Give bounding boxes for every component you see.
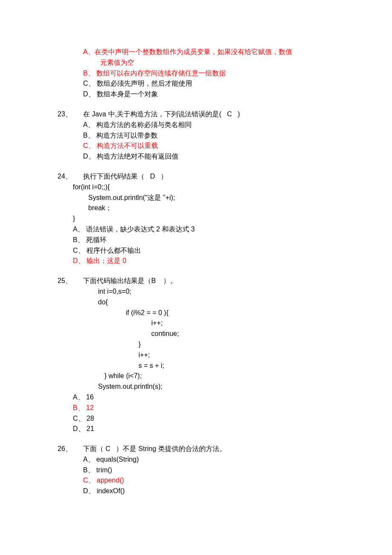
question-number: 26、 [58, 444, 83, 454]
code-text: System.out.println(s); [98, 383, 162, 390]
code-text: } [73, 215, 75, 222]
code-line: s = s + i; [58, 361, 334, 371]
option-text: C、 数组必须先声明，然后才能使用 [83, 80, 192, 87]
answer-letter: C [227, 110, 232, 118]
option-text: A、 16 [73, 393, 94, 401]
q22-option-d: D、 数组本身是一个对象 [58, 89, 334, 100]
q22-option-a: A、在类中声明一个整数数组作为成员变量，如果没有给它赋值，数值 [58, 47, 334, 58]
q25-option-b: B、 12 [58, 403, 334, 413]
code-line: i++; [58, 318, 334, 329]
code-text: break； [88, 204, 112, 211]
stem-text: ) [238, 110, 240, 118]
option-text: D、 数组本身是一个对象 [83, 90, 158, 98]
question-stem: 23、在 Java 中,关于构造方法，下列说法错误的是( C ) [58, 109, 334, 120]
q23-option-b: B、 构造方法可以带参数 [58, 130, 334, 141]
q23-option-a: A、 构造方法的名称必须与类名相同 [58, 120, 334, 130]
option-text: A、 equals(String) [83, 456, 139, 463]
code-line: i++; [58, 350, 334, 361]
stem-text: ） [161, 173, 167, 180]
code-line: } [58, 214, 334, 224]
question-22-options: A、在类中声明一个整数数组作为成员变量，如果没有给它赋值，数值 元素值为空 B、… [58, 47, 334, 100]
option-text: D、 indexOf() [83, 487, 125, 494]
code-text: continue; [151, 330, 179, 337]
option-text: D、 输出：这是 0 [73, 257, 126, 264]
question-number: 24、 [58, 171, 83, 182]
code-line: continue; [58, 329, 334, 339]
question-stem: 25、下面代码输出结果是（B ）。 [58, 276, 334, 286]
option-text: B、 数组可以在内存空间连续存储任意一组数据 [83, 69, 226, 77]
question-23: 23、在 Java 中,关于构造方法，下列说法错误的是( C ) A、 构造方法… [58, 109, 334, 162]
stem-text: 在 Java 中,关于构造方法，下列说法错误的是( [83, 110, 221, 118]
stem-text: 下面代码输出结果是（B [83, 277, 156, 284]
question-stem: 24、执行下面代码结果（ D ） [58, 171, 334, 182]
document-page: A、在类中声明一个整数数组作为成员变量，如果没有给它赋值，数值 元素值为空 B、… [0, 0, 392, 555]
code-text: System.out.println("这是 "+i); [88, 194, 175, 201]
q26-option-a: A、 equals(String) [58, 454, 334, 465]
q22-option-b: B、 数组可以在内存空间连续存储任意一组数据 [58, 68, 334, 79]
question-stem: 26、下面（ C ）不是 String 类提供的合法的方法。 [58, 444, 334, 454]
code-line: } while (i<7); [58, 371, 334, 382]
option-text: A、 构造方法的名称必须与类名相同 [83, 121, 192, 128]
code-text: } [138, 341, 141, 348]
q25-option-a: A、 16 [58, 392, 334, 403]
option-text: C、 28 [73, 415, 94, 422]
q24-option-d: D、 输出：这是 0 [58, 256, 334, 266]
question-number: 23、 [58, 109, 83, 120]
code-text: do{ [98, 298, 108, 306]
question-number: 25、 [58, 276, 83, 286]
stem-text: ）。 [163, 277, 177, 284]
code-text: int i=0,s=0; [98, 288, 131, 295]
q26-option-d: D、 indexOf() [58, 486, 334, 497]
question-25: 25、下面代码输出结果是（B ）。 int i=0,s=0; do{ if (i… [58, 276, 334, 434]
code-line: break； [58, 203, 334, 214]
option-text: B、 trim() [83, 466, 112, 474]
stem-text: 执行下面代码结果（ [83, 173, 144, 180]
q23-option-d: D、 构造方法绝对不能有返回值 [58, 151, 334, 162]
answer-letter: D [150, 173, 155, 180]
q26-option-b: B、 trim() [58, 465, 334, 476]
code-line: System.out.println("这是 "+i); [58, 193, 334, 203]
q24-option-a: A、 语法错误，缺少表达式 2 和表达式 3 [58, 224, 334, 235]
code-text: } while (i<7); [104, 372, 142, 379]
option-text: B、 构造方法可以带参数 [83, 132, 158, 139]
option-text: A、 [83, 48, 95, 55]
option-text: D、 21 [73, 425, 94, 432]
code-line: int i=0,s=0; [58, 286, 334, 297]
option-text: B、 12 [73, 404, 94, 411]
question-26: 26、下面（ C ）不是 String 类提供的合法的方法。 A、 equals… [58, 444, 334, 497]
q25-option-c: C、 28 [58, 413, 334, 424]
code-text: i++; [138, 351, 150, 358]
code-text: for(int i=0;;){ [73, 183, 110, 191]
option-text: 在类中声明一个整数数组作为成员变量，如果没有给它赋值，数值 [95, 48, 292, 55]
code-text: s = s + i; [138, 362, 164, 369]
stem-text: 下面（ C [83, 445, 110, 452]
code-text: if (i%2 = = 0 ){ [126, 309, 169, 316]
option-text: A、 语法错误，缺少表达式 2 和表达式 3 [73, 225, 195, 233]
q24-option-b: B、 死循环 [58, 235, 334, 246]
code-line: if (i%2 = = 0 ){ [58, 308, 334, 318]
code-line: } [58, 339, 334, 350]
q22-option-a-cont: 元素值为空 [58, 58, 334, 68]
q26-option-c: C、 append() [58, 475, 334, 486]
code-line: do{ [58, 297, 334, 308]
option-text: C、 程序什么都不输出 [73, 247, 141, 254]
q24-option-c: C、 程序什么都不输出 [58, 246, 334, 256]
code-line: for(int i=0;;){ [58, 182, 334, 193]
option-text: B、 死循环 [73, 236, 107, 243]
q25-option-d: D、 21 [58, 424, 334, 434]
q23-option-c: C、 构造方法不可以重载 [58, 141, 334, 151]
question-24: 24、执行下面代码结果（ D ） for(int i=0;;){ System.… [58, 171, 334, 266]
q22-option-c: C、 数组必须先声明，然后才能使用 [58, 78, 334, 89]
option-text: C、 构造方法不可以重载 [83, 142, 158, 149]
code-text: i++; [151, 319, 163, 327]
option-text: D、 构造方法绝对不能有返回值 [83, 153, 179, 160]
code-line: System.out.println(s); [58, 382, 334, 392]
option-text: C、 append() [83, 477, 124, 484]
stem-text: ）不是 String 类提供的合法的方法。 [116, 445, 226, 452]
option-text: 元素值为空 [100, 59, 134, 66]
